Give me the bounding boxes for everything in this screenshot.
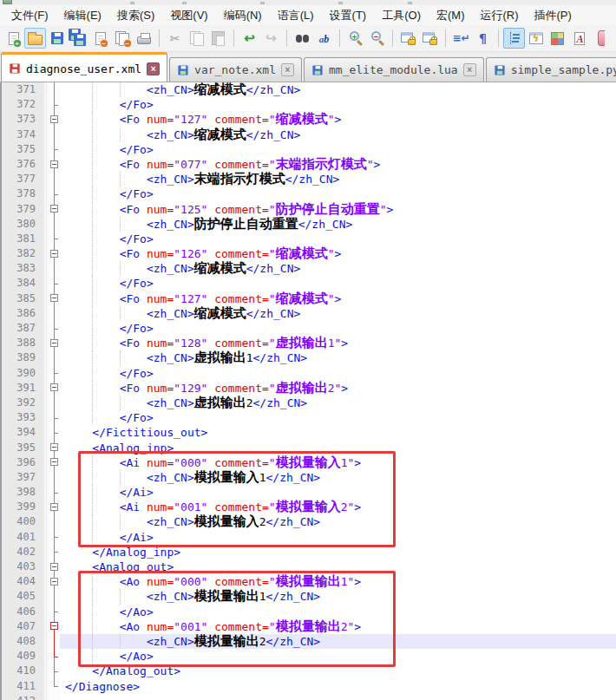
code-text[interactable]: </Fo> [60,410,616,425]
code-text[interactable]: <zh_CN>防护停止自动重置</zh_CN> [60,217,616,232]
menu-item-encoding[interactable]: 编码(N) [216,6,270,25]
code-line-373[interactable]: 373 <Fo num="127" comment="缩减模式"> [2,112,616,127]
code-line-410[interactable]: 410 </Analog_out> [2,664,616,678]
code-text[interactable]: </Fo> [60,276,616,291]
sync-horizontal-scroll-button[interactable] [419,28,441,49]
fold-collapse-box[interactable] [49,246,60,261]
code-line-400[interactable]: 400 <zh_CN>模拟量输入2</zh_CN> [2,514,616,529]
code-line-407[interactable]: 407 <Ao num="001" comment="模拟量输出2"> [2,619,616,634]
plugin-partial-button[interactable] [590,28,612,49]
code-text[interactable]: </Fo> [60,186,616,201]
menu-item-view[interactable]: 视图(V) [162,6,215,25]
fold-collapse-box[interactable] [49,112,60,127]
code-text[interactable]: <Fo num="127" comment="缩减模式"> [60,112,616,127]
line-number[interactable]: 400 [2,514,43,529]
code-line-377[interactable]: 377 <zh_CN>末端指示灯模式</zh_CN> [2,172,616,186]
tab-close-button[interactable]: × [463,63,476,76]
code-text[interactable]: <zh_CN>模拟量输出2</zh_CN> [60,634,616,649]
code-line-405[interactable]: 405 <zh_CN>模拟量输出1</zh_CN> [2,589,616,604]
code-line-392[interactable]: 392 <zh_CN>虚拟输出2</zh_CN> [2,396,616,410]
code-line-386[interactable]: 386 <zh_CN>缩减模式</zh_CN> [2,306,616,321]
code-text[interactable]: <zh_CN>模拟量输入2</zh_CN> [60,514,616,529]
code-line-409[interactable]: 409 </Ao> [2,649,616,664]
line-number[interactable]: 412 [2,694,43,700]
line-number[interactable]: 409 [2,649,43,664]
line-number[interactable]: 410 [2,664,43,678]
code-text[interactable]: <zh_CN>缩减模式</zh_CN> [60,128,616,142]
code-text[interactable]: </Fo> [60,366,616,381]
code-line-399[interactable]: 399 <Ai num="001" comment="模拟量输入2"> [2,500,616,514]
code-line-380[interactable]: 380 <zh_CN>防护停止自动重置</zh_CN> [2,217,616,232]
menu-item-plugins[interactable]: 插件(P) [527,6,580,25]
save-all-button[interactable] [68,28,89,49]
code-text[interactable]: <zh_CN>模拟量输出1</zh_CN> [60,589,616,604]
code-text[interactable]: <zh_CN>虚拟输出2</zh_CN> [60,396,616,410]
menu-item-settings[interactable]: 设置(T) [322,6,375,25]
line-number[interactable]: 388 [2,336,43,350]
fold-collapse-box[interactable] [49,574,60,589]
code-text[interactable]: </Ao> [60,605,616,619]
code-line-378[interactable]: 378 </Fo> [2,186,616,201]
find-button[interactable] [292,28,313,49]
line-number[interactable]: 407 [2,619,43,634]
line-number[interactable]: 385 [2,291,43,306]
line-number[interactable]: 399 [2,500,43,514]
code-text[interactable]: <zh_CN>缩减模式</zh_CN> [60,306,616,321]
menu-item-tools[interactable]: 工具(O) [374,6,429,25]
code-text[interactable]: <Ai num="001" comment="模拟量输入2"> [60,500,616,514]
code-text[interactable]: <Ai num="000" comment="模拟量输入1"> [60,455,616,470]
fold-collapse-box[interactable] [49,157,60,172]
menu-item-edit[interactable]: 编辑(E) [56,6,109,25]
fold-collapse-box[interactable] [49,441,60,455]
line-number[interactable]: 372 [2,97,43,112]
code-text[interactable]: <zh_CN>模拟量输入1</zh_CN> [60,470,616,485]
plugin-document-map-button[interactable] [547,28,568,49]
code-line-393[interactable]: 393 </Fo> [2,410,616,425]
cut-button[interactable]: ✂ [164,28,186,49]
editor-area[interactable]: 371 <zh_CN>缩减模式</zh_CN>372 </Fo>373 <Fo … [0,82,616,700]
line-number[interactable]: 389 [2,350,43,365]
code-line-376[interactable]: 376 <Fo num="077" comment="末端指示灯模式"> [2,157,616,172]
fold-collapse-box[interactable] [49,291,60,306]
line-number[interactable]: 411 [2,679,43,694]
code-text[interactable]: <zh_CN>缩减模式</zh_CN> [60,261,616,276]
line-number[interactable]: 374 [2,128,43,142]
code-text[interactable]: </Fo> [60,142,616,157]
line-number[interactable]: 406 [2,605,43,619]
code-line-398[interactable]: 398 </Ai> [2,485,616,500]
code-text[interactable]: <Fo num="129" comment="虚拟输出2"> [60,381,616,396]
zoom-in-button[interactable]: + [344,28,366,49]
open-file-button[interactable] [24,28,46,49]
code-text[interactable]: <Fo num="128" comment="虚拟输出1"> [60,336,616,350]
new-file-button[interactable]: + [3,28,24,49]
line-number[interactable]: 387 [2,321,43,336]
line-number[interactable]: 383 [2,261,43,276]
menu-item-run[interactable]: 运行(R) [472,6,526,25]
code-text[interactable]: <Analog_inp> [60,441,616,455]
code-line-397[interactable]: 397 <zh_CN>模拟量输入1</zh_CN> [2,470,616,485]
code-text[interactable]: <Ao num="000" comment="模拟量输出1"> [60,574,616,589]
code-line-385[interactable]: 385 <Fo num="127" comment="缩减模式"> [2,291,616,306]
line-number[interactable]: 402 [2,545,43,559]
code-line-381[interactable]: 381 </Fo> [2,232,616,246]
line-number[interactable]: 381 [2,232,43,246]
copy-button[interactable] [186,28,207,49]
close-all-button[interactable]: − [111,28,133,49]
code-text[interactable]: </Ai> [60,485,616,500]
line-number[interactable]: 384 [2,276,43,291]
line-number[interactable]: 371 [2,82,43,97]
code-text[interactable]: <zh_CN>末端指示灯模式</zh_CN> [60,172,616,186]
code-line-374[interactable]: 374 <zh_CN>缩减模式</zh_CN> [2,128,616,142]
line-number[interactable]: 403 [2,559,43,574]
line-number[interactable]: 393 [2,410,43,425]
line-number[interactable]: 378 [2,186,43,201]
code-line-383[interactable]: 383 <zh_CN>缩减模式</zh_CN> [2,261,616,276]
code-line-387[interactable]: 387 </Fo> [2,321,616,336]
replace-button[interactable]: ab [313,28,335,49]
code-line-408[interactable]: 408 <zh_CN>模拟量输出2</zh_CN> [2,634,616,649]
sync-vertical-scroll-button[interactable] [397,28,419,49]
code-line-412[interactable]: 412 [2,694,616,700]
line-number[interactable]: 380 [2,217,43,232]
code-text[interactable] [60,694,616,700]
fold-collapse-box[interactable] [49,381,60,396]
